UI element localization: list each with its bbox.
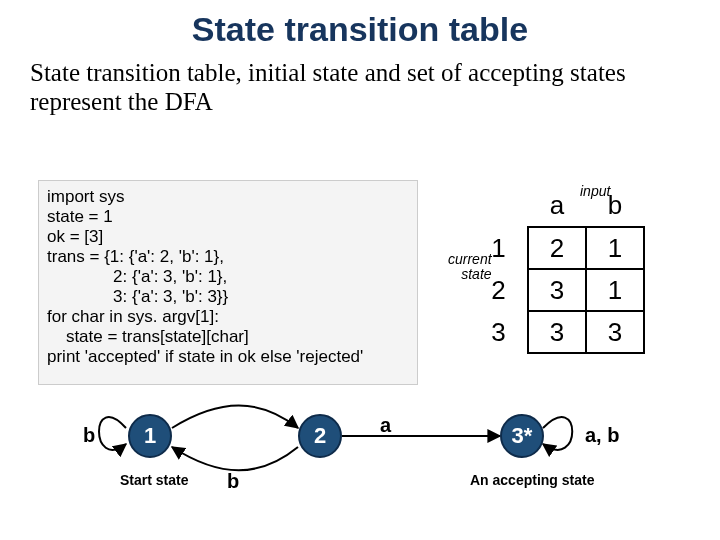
caption-start-state: Start state	[120, 472, 188, 488]
table-cell: 3	[586, 311, 644, 353]
col-header: b	[586, 185, 644, 227]
table-cell: 1	[586, 227, 644, 269]
transition-table: a b 1 2 1 2 3 1 3 3 3	[470, 185, 645, 354]
page-title: State transition table	[0, 0, 720, 49]
state-diagram: 1 2 3* b a b a, b Start state An accepti…	[30, 400, 690, 530]
code-block: import sys state = 1 ok = [3] trans = {1…	[38, 180, 418, 385]
page-subtitle: State transition table, initial state an…	[0, 49, 720, 117]
row-header: 1	[470, 227, 528, 269]
state-node-2: 2	[298, 414, 342, 458]
state-node-3: 3*	[500, 414, 544, 458]
row-header: 3	[470, 311, 528, 353]
edge-label-a: a	[380, 414, 391, 437]
edge-label-loop-b: b	[83, 424, 95, 447]
col-header: a	[528, 185, 586, 227]
caption-accepting-state: An accepting state	[470, 472, 594, 488]
state-node-1: 1	[128, 414, 172, 458]
table-cell: 2	[528, 227, 586, 269]
edge-label-loop-ab: a, b	[585, 424, 619, 447]
diagram-edges	[30, 400, 690, 530]
row-header: 2	[470, 269, 528, 311]
table-cell: 3	[528, 269, 586, 311]
edge-label-back-b: b	[227, 470, 239, 493]
table-cell: 3	[528, 311, 586, 353]
table-cell: 1	[586, 269, 644, 311]
